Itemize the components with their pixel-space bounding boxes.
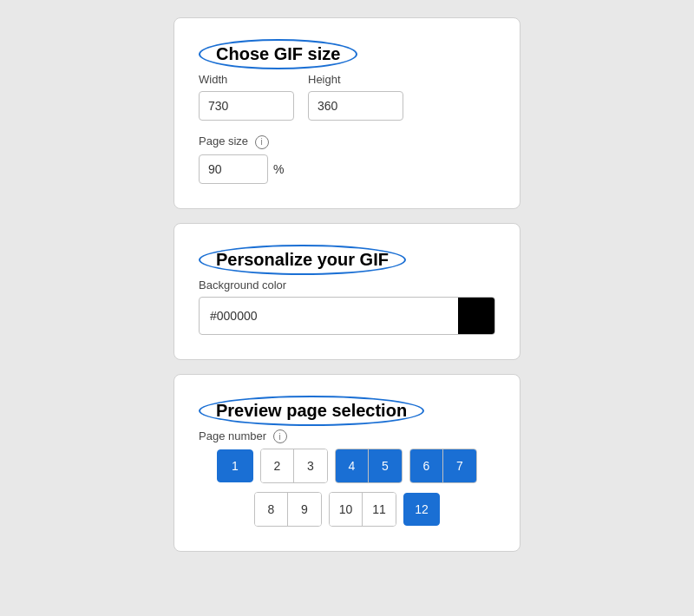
height-input[interactable] (308, 91, 403, 121)
page-btn-9[interactable]: 9 (288, 493, 321, 526)
page-btn-10[interactable]: 10 (330, 493, 363, 526)
page-row-1: 1 2 3 4 5 6 7 (199, 449, 495, 483)
width-field: Width (199, 73, 294, 121)
page-size-input[interactable] (199, 154, 268, 184)
main-container: Chose GIF size Width Height Page size i … (174, 17, 520, 552)
page-size-info-icon[interactable]: i (255, 135, 269, 149)
page-buttons-grid: 1 2 3 4 5 6 7 (199, 449, 495, 527)
page-btn-group-67: 6 7 (409, 449, 477, 483)
page-btn-6[interactable]: 6 (410, 449, 443, 482)
width-label: Width (199, 73, 294, 86)
page-btn-group-89: 8 9 (254, 492, 322, 527)
page-size-field: Page size i % (199, 134, 495, 184)
page-btn-11[interactable]: 11 (363, 493, 396, 526)
personalize-card: Personalize your GIF Background color (174, 223, 520, 360)
page-btn-5[interactable]: 5 (369, 449, 402, 482)
gif-size-title: Chose GIF size (199, 39, 357, 69)
preview-title: Preview page selection (199, 396, 424, 426)
preview-title-wrapper: Preview page selection (199, 396, 495, 426)
page-btn-group-1011: 10 11 (329, 492, 396, 527)
color-text-input[interactable] (200, 300, 458, 331)
page-size-label: Page size i (199, 134, 495, 149)
color-input-row (199, 297, 495, 335)
gif-size-title-wrapper: Chose GIF size (199, 39, 495, 69)
page-btn-2[interactable]: 2 (261, 449, 294, 482)
page-btn-7[interactable]: 7 (443, 449, 476, 482)
height-label: Height (308, 73, 403, 86)
page-btn-1[interactable]: 1 (217, 449, 253, 482)
height-field: Height (308, 73, 403, 121)
bg-color-field: Background color (199, 279, 495, 335)
gif-size-card: Chose GIF size Width Height Page size i … (174, 17, 520, 209)
personalize-title-wrapper: Personalize your GIF (199, 245, 495, 275)
page-btn-4[interactable]: 4 (336, 449, 369, 482)
width-input[interactable] (199, 91, 294, 121)
page-size-input-row: % (199, 154, 495, 184)
dimensions-row: Width Height (199, 73, 495, 121)
bg-color-label: Background color (199, 279, 495, 292)
page-row-2: 8 9 10 11 12 (199, 492, 495, 527)
page-number-field: Page number i 1 2 3 4 5 6 (199, 429, 495, 528)
page-number-label: Page number i (199, 429, 495, 444)
page-btn-12[interactable]: 12 (403, 493, 440, 526)
page-btn-group-45: 4 5 (335, 449, 403, 483)
percent-label: % (273, 162, 284, 176)
personalize-title: Personalize your GIF (199, 245, 406, 275)
page-btn-3[interactable]: 3 (294, 449, 327, 482)
page-number-info-icon[interactable]: i (273, 429, 287, 443)
color-swatch[interactable] (458, 298, 494, 334)
page-btn-group-23: 2 3 (260, 449, 328, 483)
page-btn-8[interactable]: 8 (255, 493, 288, 526)
preview-card: Preview page selection Page number i 1 2… (174, 374, 520, 553)
